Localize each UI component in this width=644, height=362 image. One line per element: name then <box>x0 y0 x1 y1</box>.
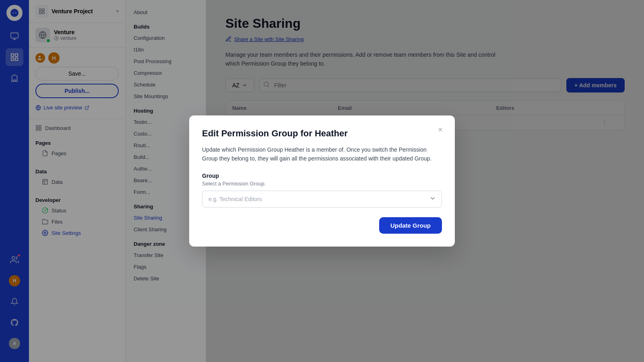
update-group-button[interactable]: Update Group <box>379 217 442 234</box>
modal-description: Update which Permission Group Heather is… <box>202 145 442 163</box>
modal-footer: Update Group <box>202 217 442 234</box>
modal-title: Edit Permission Group for Heather <box>202 128 442 139</box>
modal-close-button[interactable]: × <box>434 123 447 136</box>
modal-overlay: × Edit Permission Group for Heather Upda… <box>0 0 644 362</box>
modal: × Edit Permission Group for Heather Upda… <box>189 115 455 247</box>
group-label: Group <box>202 173 442 179</box>
group-sub-label: Select a Permission Group. <box>202 181 442 187</box>
group-select-wrap: Technical Editors Editors Viewers e.g. T… <box>202 191 442 208</box>
group-field: Group Select a Permission Group. Technic… <box>202 173 442 208</box>
group-select[interactable]: Technical Editors Editors Viewers <box>202 191 442 208</box>
